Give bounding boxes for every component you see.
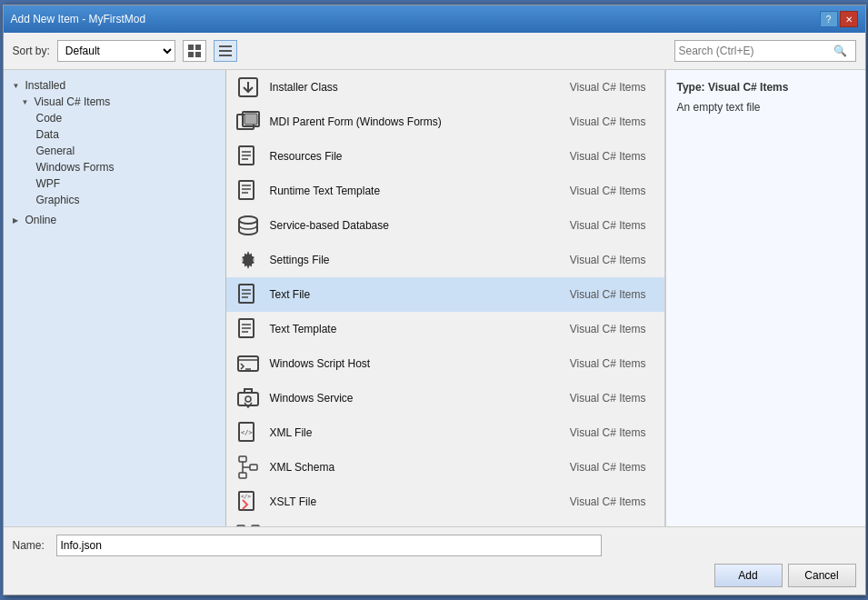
list-item[interactable]: Settings FileVisual C# Items [226,243,664,277]
database-icon [234,211,263,240]
list-item[interactable]: Runtime Text TemplateVisual C# Items [226,174,664,208]
item-name: Runtime Text Template [270,185,555,197]
item-name: MDI Parent Form (Windows Forms) [270,115,555,128]
list-item[interactable]: Resources FileVisual C# Items [226,139,664,174]
sidebar-child-code[interactable]: Code [4,110,225,126]
list-icon [218,44,233,58]
expand-icon-online: ▶ [13,216,24,225]
list-item[interactable]: Service-based DatabaseVisual C# Items [226,208,664,243]
expand-icon: ▼ [13,82,24,90]
sort-label: Sort by: [13,45,50,57]
item-name: XML File [270,426,555,439]
grid-icon [187,44,202,58]
item-name: Installer Class [270,81,555,94]
resources-icon [234,142,263,171]
list-item[interactable]: Text FileVisual C# Items [226,277,664,312]
svg-rect-5 [219,50,232,52]
svg-rect-3 [195,52,201,57]
search-box: 🔍 [674,40,856,62]
svg-rect-32 [238,393,258,405]
sidebar-child-graphics[interactable]: Graphics [4,192,225,208]
item-name: XML Schema [270,461,555,474]
list-item[interactable]: Windows Script HostVisual C# Items [226,346,664,381]
list-item[interactable]: Directed Graph Document (.dgml)Visual C#… [226,519,664,526]
item-category: Visual C# Items [555,392,646,405]
list-item[interactable]: XML SchemaVisual C# Items [226,450,664,485]
name-input[interactable] [56,535,602,556]
svg-point-33 [245,396,251,402]
item-name: XSLT File [270,495,555,508]
title-bar: Add New Item - MyFirstMod ? ✕ [4,5,865,33]
dialog-window: Add New Item - MyFirstMod ? ✕ Sort by: D… [3,5,866,595]
list-view-button[interactable] [214,40,237,62]
list-item[interactable]: MDI Parent Form (Windows Forms)Visual C#… [226,105,664,139]
info-type-label: Type: [677,81,705,94]
svg-rect-45 [252,525,259,527]
svg-text:</>: </> [241,429,253,436]
svg-rect-6 [219,55,232,56]
list-item[interactable]: Text TemplateVisual C# Items [226,312,664,346]
wsh-icon [234,349,263,378]
info-type-value: Visual C# Items [708,81,789,94]
item-name: Service-based Database [270,219,555,232]
list-item[interactable]: </>XML FileVisual C# Items [226,415,664,450]
name-row: Name: [13,535,856,556]
item-category: Visual C# Items [555,185,646,197]
action-row: Add Cancel [13,564,856,587]
sidebar-item-installed[interactable]: ▼ Installed [4,77,225,94]
item-name: Settings File [270,254,555,266]
item-name: Resources File [270,150,555,163]
textfile-icon [234,280,263,309]
svg-rect-38 [250,465,257,470]
svg-rect-2 [188,52,194,57]
main-area: ▼ Installed ▼ Visual C# Items Code Data … [4,70,865,526]
svg-rect-16 [239,181,254,199]
add-button[interactable]: Add [714,564,783,587]
installer-icon [234,73,263,102]
settings-icon [234,245,263,275]
svg-rect-0 [188,45,194,50]
sidebar-child-data[interactable]: Data [4,126,225,143]
sidebar-child-windows-forms[interactable]: Windows Forms [4,159,225,175]
name-label: Name: [13,539,49,552]
list-item[interactable]: Installer ClassVisual C# Items [226,70,664,105]
item-name: Windows Service [270,392,555,405]
item-category: Visual C# Items [555,357,646,370]
close-button[interactable]: ✕ [840,11,858,27]
installed-label: Installed [25,79,66,92]
visual-csharp-label: Visual C# Items [35,95,111,108]
list-item[interactable]: Windows ServiceVisual C# Items [226,381,664,415]
winservice-icon [234,384,263,413]
sidebar-child-general[interactable]: General [4,143,225,159]
info-type: Type: Visual C# Items [677,81,854,94]
svg-text:</>: </> [241,493,251,499]
runtime-text-icon [234,176,263,205]
info-panel: Type: Visual C# Items An empty text file [665,70,865,526]
item-list: Installer ClassVisual C# ItemsMDI Parent… [226,70,665,526]
item-name: Text File [270,288,555,301]
sidebar-item-visual-csharp[interactable]: ▼ Visual C# Items [4,94,225,110]
item-category: Visual C# Items [555,461,646,474]
grid-view-button[interactable] [183,40,206,62]
search-input[interactable] [679,45,833,57]
svg-rect-11 [244,114,257,125]
item-name: Windows Script Host [270,357,555,370]
cancel-button[interactable]: Cancel [788,564,856,587]
search-icon[interactable]: 🔍 [833,45,847,57]
list-item[interactable]: </>XSLT FileVisual C# Items [226,485,664,519]
sidebar: ▼ Installed ▼ Visual C# Items Code Data … [4,70,226,526]
xmlschema-icon [234,453,263,482]
bottom-bar: Name: Add Cancel [4,526,865,595]
sidebar-child-wpf[interactable]: WPF [4,175,225,192]
help-button[interactable]: ? [820,11,838,27]
sort-select[interactable]: Default Name Type [57,40,175,62]
window-title: Add New Item - MyFirstMod [11,13,146,25]
item-name: Text Template [270,323,555,335]
xslt-icon: </> [234,487,263,516]
sidebar-item-online[interactable]: ▶ Online [4,212,225,228]
content-area: Installer ClassVisual C# ItemsMDI Parent… [226,70,865,526]
svg-point-20 [239,216,257,224]
item-category: Visual C# Items [555,219,646,232]
svg-rect-1 [195,45,201,50]
expand-icon-csharp: ▼ [22,98,33,106]
